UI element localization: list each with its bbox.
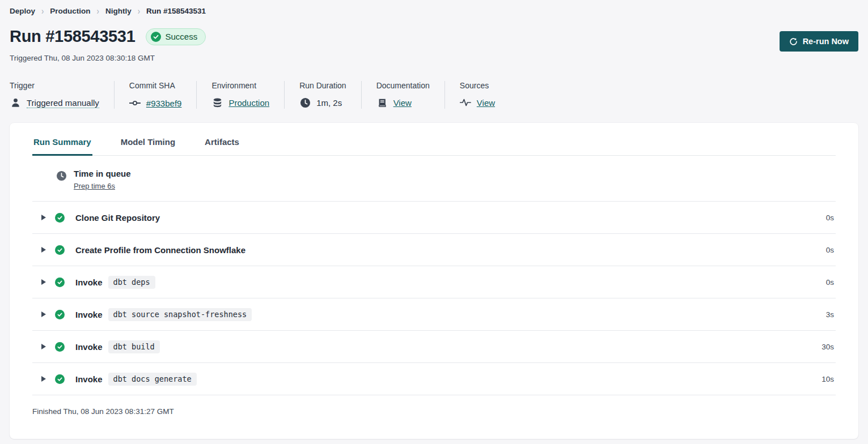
metadata-value[interactable]: View (393, 98, 412, 108)
rerun-now-button[interactable]: Re-run Now (780, 31, 858, 52)
step-row: Invoke dbt source snapshot-freshness 3s (32, 298, 836, 331)
metadata-value[interactable]: View (477, 98, 495, 108)
step-duration: 3s (826, 310, 836, 319)
breadcrumb: Deploy›Production›Nightly›Run #158543531 (10, 6, 858, 16)
step-row: Create Profile from Connection Snowflake… (32, 234, 836, 266)
step-row: Invoke dbt deps 0s (32, 266, 836, 298)
step-command: dbt source snapshot-freshness (108, 308, 252, 321)
database-icon (211, 97, 223, 108)
page-header: Run #158543531 Success Triggered Thu, 08… (10, 27, 858, 62)
step-duration: 0s (826, 214, 836, 222)
metadata-item: Trigger Triggered manually (10, 81, 115, 109)
metadata-value[interactable]: Production (228, 98, 269, 108)
step-name: Create Profile from Connection Snowflake (75, 245, 245, 255)
step-duration: 10s (822, 375, 836, 383)
metadata-label: Documentation (376, 81, 430, 90)
tab-run-summary[interactable]: Run Summary (32, 137, 92, 155)
tab-artifacts[interactable]: Artifacts (204, 137, 240, 155)
step-row: Invoke dbt build 30s (32, 331, 836, 363)
metadata-value[interactable]: #933bef9 (146, 99, 182, 108)
user-icon (10, 97, 21, 108)
finished-timestamp: Finished Thu, 08 Jun 2023 08:31:27 GMT (32, 395, 836, 428)
triggered-timestamp: Triggered Thu, 08 Jun 2023 08:30:18 GMT (10, 54, 206, 62)
clock-icon (299, 97, 311, 108)
breadcrumb-link[interactable]: Nightly (105, 7, 132, 15)
expand-caret-icon[interactable] (41, 344, 46, 349)
refresh-icon (789, 37, 798, 46)
metadata-label: Trigger (10, 81, 99, 90)
step-duration: 0s (826, 278, 836, 287)
expand-caret-icon[interactable] (41, 311, 46, 317)
step-duration: 0s (826, 246, 836, 254)
metadata-item: Commit SHA #933bef9 (115, 81, 197, 109)
breadcrumb-current: Run #158543531 (146, 7, 206, 15)
expand-caret-icon[interactable] (41, 376, 46, 382)
breadcrumb-link[interactable]: Deploy (10, 7, 35, 15)
book-icon (376, 97, 388, 108)
run-summary-card: Run SummaryModel TimingArtifacts Time in… (10, 123, 858, 439)
metadata-value[interactable]: Triggered manually (27, 98, 99, 108)
expand-caret-icon[interactable] (41, 215, 46, 220)
success-check-icon (151, 32, 161, 42)
pulse-icon (460, 97, 471, 108)
time-in-queue-title: Time in queue (74, 169, 131, 178)
tab-model-timing[interactable]: Model Timing (120, 137, 176, 155)
metadata-value: 1m, 2s (316, 98, 342, 108)
expand-caret-icon[interactable] (41, 247, 46, 253)
step-success-icon (55, 278, 65, 287)
step-success-icon (55, 342, 65, 352)
step-success-icon (55, 245, 65, 255)
metadata-item: Run Duration 1m, 2s (285, 81, 362, 109)
breadcrumb-separator-icon: › (138, 5, 140, 16)
breadcrumb-link[interactable]: Production (50, 7, 90, 15)
metadata-label: Sources (460, 81, 495, 90)
metadata-item: Environment Production (197, 81, 285, 109)
page-title: Run #158543531 (10, 27, 136, 46)
step-name: Invoke (75, 278, 103, 287)
expand-caret-icon[interactable] (41, 279, 46, 285)
step-name: Invoke (75, 310, 103, 319)
prep-time-link[interactable]: Prep time 6s (74, 182, 115, 190)
step-duration: 30s (822, 343, 836, 351)
status-badge: Success (146, 28, 206, 45)
step-success-icon (55, 213, 65, 223)
breadcrumb-separator-icon: › (41, 5, 44, 16)
run-detail-page: Deploy›Production›Nightly›Run #158543531… (0, 0, 868, 439)
step-name: Invoke (75, 374, 103, 384)
steps-list: Clone Git Repository 0s Create Profile f… (32, 202, 836, 395)
metadata-item: Documentation View (362, 81, 445, 109)
step-success-icon (55, 374, 65, 384)
run-metadata-row: Trigger Triggered manually Commit SHA #9… (10, 81, 858, 109)
tab-bar: Run SummaryModel TimingArtifacts (32, 123, 836, 156)
metadata-label: Commit SHA (129, 81, 182, 90)
step-success-icon (55, 310, 65, 319)
step-command: dbt docs generate (108, 373, 197, 386)
step-name: Clone Git Repository (75, 213, 160, 223)
step-row: Invoke dbt docs generate 10s (32, 363, 836, 395)
step-command: dbt deps (108, 276, 155, 289)
step-command: dbt build (108, 340, 160, 353)
metadata-item: Sources View (445, 81, 510, 109)
rerun-now-label: Re-run Now (803, 37, 849, 46)
metadata-label: Run Duration (299, 81, 346, 90)
status-badge-label: Success (166, 32, 198, 41)
step-row: Clone Git Repository 0s (32, 202, 836, 234)
commit-icon (129, 97, 141, 109)
queue-clock-icon (56, 170, 67, 181)
step-name: Invoke (75, 342, 103, 352)
time-in-queue-row: Time in queue Prep time 6s (32, 156, 836, 202)
breadcrumb-separator-icon: › (97, 5, 99, 16)
metadata-label: Environment (211, 81, 269, 90)
